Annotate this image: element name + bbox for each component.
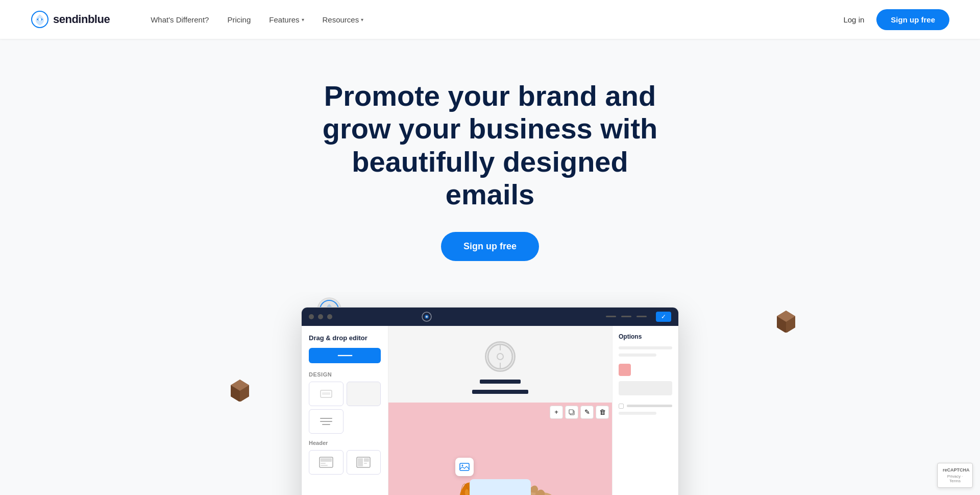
logo-link[interactable]: sendinblue (31, 10, 110, 29)
svg-rect-25 (364, 463, 367, 464)
recaptcha-badge: reCAPTCHA Privacy · Terms (937, 463, 973, 488)
signup-button-hero[interactable]: Sign up free (441, 232, 539, 261)
toolbar-copy-button[interactable] (565, 406, 578, 419)
upload-icon (492, 491, 508, 495)
options-check-item-1 (619, 404, 672, 409)
nav-item-pricing[interactable]: Pricing (227, 15, 251, 24)
text-line-short (322, 424, 330, 425)
maximize-icon (621, 316, 631, 317)
browser-dot-2 (318, 314, 323, 319)
left-panel-title: Drag & drop editor (309, 334, 381, 342)
canvas-text-line-2 (472, 390, 528, 394)
nav-item-whats-different[interactable]: What's Different? (151, 15, 209, 24)
canvas-content: + ✎ 🗑 (388, 326, 612, 495)
options-check-label-1 (627, 405, 672, 407)
left-panel: Drag & drop editor ━━━━ Design (302, 326, 388, 495)
close-icon (636, 316, 647, 317)
canvas-text-block (472, 380, 528, 394)
toolbar-delete-button[interactable]: 🗑 (596, 406, 609, 419)
right-panel: Options (612, 326, 678, 495)
design-block-item[interactable] (309, 382, 344, 406)
hero-title: Promote your brand and grow your busines… (311, 80, 669, 211)
options-color-picker[interactable] (619, 364, 631, 376)
add-element-label: ━━━━ (338, 352, 352, 359)
preview-section: ✓ Drag & drop editor ━━━━ Design (0, 292, 980, 495)
design-text-item[interactable] (309, 409, 344, 434)
navbar: sendinblue What's Different? Pricing Fea… (0, 0, 980, 39)
svg-rect-24 (364, 458, 369, 462)
options-checkbox-1[interactable] (619, 404, 624, 409)
design-label: Design (309, 371, 381, 378)
browser-dot-1 (309, 314, 314, 319)
options-line-1 (619, 346, 672, 349)
features-dropdown-arrow: ▾ (302, 17, 304, 22)
float-cube-right (776, 310, 796, 333)
right-panel-title: Options (619, 333, 672, 340)
header-layout-1-icon (319, 457, 333, 468)
hero-section: Promote your brand and grow your busines… (0, 39, 980, 292)
canvas-image-toolbar: + ✎ 🗑 (547, 403, 612, 422)
svg-rect-23 (358, 458, 363, 466)
toolbar-add-button[interactable]: + (550, 406, 563, 419)
signup-button-nav[interactable]: Sign up free (876, 9, 949, 30)
canvas-image-popup[interactable] (455, 458, 474, 476)
svg-point-27 (497, 353, 503, 360)
browser-check-button[interactable]: ✓ (656, 312, 671, 322)
canvas-image-block: + ✎ 🗑 (388, 403, 612, 495)
recaptcha-subtext: Privacy · Terms (943, 474, 967, 483)
header-item-2[interactable] (347, 450, 381, 475)
toolbar-edit-button[interactable]: ✎ (580, 406, 594, 419)
header-label: Header (309, 440, 381, 446)
add-element-button[interactable]: ━━━━ (309, 348, 381, 363)
browser-body: Drag & drop editor ━━━━ Design (302, 326, 678, 495)
canvas-circle-icon (486, 343, 514, 370)
browser-mockup: ✓ Drag & drop editor ━━━━ Design (301, 307, 679, 495)
svg-point-15 (426, 316, 428, 318)
svg-rect-20 (321, 463, 326, 464)
svg-rect-19 (321, 458, 332, 462)
header-grid (309, 450, 381, 475)
text-line-full2 (320, 421, 332, 422)
nav-item-resources[interactable]: Resources ▾ (323, 15, 364, 24)
design-empty-item[interactable] (347, 382, 381, 406)
svg-point-1 (38, 18, 41, 21)
browser-bar: ✓ (302, 308, 678, 326)
text-line-full (320, 418, 332, 419)
block-layout-icon (320, 390, 332, 398)
options-line-4 (619, 412, 656, 415)
header-layout-2-icon (356, 457, 371, 468)
svg-point-41 (462, 464, 463, 466)
header-item-1[interactable] (309, 450, 344, 475)
canvas-circle-placeholder (485, 341, 516, 372)
image-insert-icon (459, 462, 470, 472)
svg-rect-17 (322, 392, 330, 395)
float-cube-left-icon (230, 379, 250, 402)
resources-dropdown-arrow: ▾ (361, 17, 363, 22)
minimize-icon (606, 316, 616, 317)
design-grid (309, 382, 381, 434)
nav-item-features[interactable]: Features ▾ (269, 15, 304, 24)
float-cube-left (230, 379, 250, 402)
canvas-center: + ✎ 🗑 (388, 326, 612, 495)
recaptcha-text: reCAPTCHA (943, 467, 967, 473)
canvas-upload-block[interactable] (470, 479, 531, 495)
browser-center-logo (422, 312, 432, 322)
svg-rect-21 (321, 465, 328, 466)
browser-window-controls (606, 316, 647, 317)
nav-actions: Log in Sign up free (843, 9, 949, 30)
copy-icon (569, 409, 575, 415)
options-line-3 (619, 381, 672, 395)
svg-rect-40 (460, 463, 469, 470)
svg-rect-31 (569, 410, 573, 414)
browser-dot-3 (327, 314, 332, 319)
options-line-2 (619, 353, 656, 357)
logo-text: sendinblue (53, 13, 110, 26)
login-button[interactable]: Log in (843, 15, 864, 24)
float-cube-right-icon (776, 310, 796, 333)
check-mark: ✓ (661, 313, 666, 320)
canvas-text-line-1 (480, 380, 521, 384)
nav-links: What's Different? Pricing Features ▾ Res… (151, 15, 843, 24)
logo-icon (31, 10, 49, 29)
